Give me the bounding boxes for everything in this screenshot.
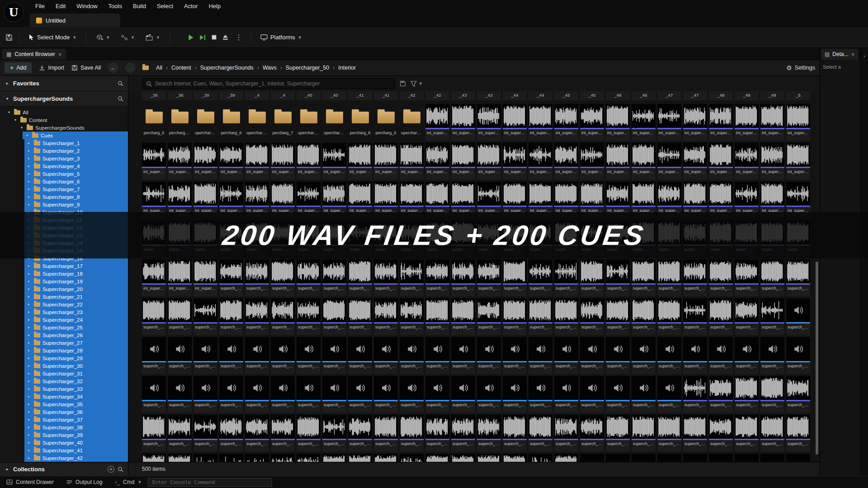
wav-tile[interactable]: int_superc... — [271, 143, 295, 180]
folder-tile[interactable]: percharg_8 — [348, 104, 372, 141]
add-collection-icon[interactable]: + — [108, 466, 114, 473]
wav-tile[interactable]: superch_off... — [760, 259, 784, 296]
tree-item-supercharger_18[interactable]: ▸Supercharger_18 — [0, 270, 128, 277]
cue-tile[interactable]: superch_off_Cue — [245, 337, 269, 374]
wav-tile[interactable]: superch_on... — [219, 415, 243, 452]
wav-tile[interactable] — [528, 454, 552, 462]
expand-arrow-icon[interactable]: ▸ — [26, 387, 32, 391]
wav-tile[interactable]: int_super... — [735, 104, 759, 141]
tree-item-supercharger_37[interactable]: ▸Supercharger_37 — [0, 416, 128, 423]
tree-item-supercharger_24[interactable]: ▸Supercharger_24 — [0, 316, 128, 324]
cue-tile[interactable]: superch_off_Cue — [374, 337, 398, 374]
cue-tile[interactable]: superch_off_Cue — [657, 337, 681, 374]
cue-tile[interactable]: superch_off_Cue — [554, 337, 578, 374]
tree-item-supercharger_3[interactable]: ▸Supercharger_3 — [0, 155, 128, 162]
menu-actor[interactable]: Actor — [179, 3, 203, 9]
wav-tile[interactable]: superch_off... — [193, 298, 217, 335]
wav-tile[interactable]: int_superc... — [142, 259, 166, 296]
menu-tools[interactable]: Tools — [103, 3, 127, 9]
wav-tile[interactable]: superch_off... — [735, 259, 759, 296]
wav-tile[interactable]: int_superc... — [580, 143, 604, 180]
breadcrumb-item[interactable]: SuperchargerSounds — [200, 65, 254, 71]
wav-tile[interactable]: int_superc... — [193, 143, 217, 180]
expand-arrow-icon[interactable]: ▸ — [26, 379, 32, 383]
stop-button[interactable] — [211, 34, 217, 41]
back-button[interactable]: ← — [108, 63, 118, 73]
cue-tile[interactable]: superch_off_Cue — [735, 337, 759, 374]
wav-tile[interactable]: superch_off... — [245, 259, 269, 296]
cue-tile[interactable]: superch_off_Cue — [271, 337, 295, 374]
cue-tile[interactable]: superch_off_Cue — [168, 337, 192, 374]
cue-tile[interactable]: superch_off_Cue — [297, 337, 321, 374]
wav-tile[interactable]: superch_on... — [709, 415, 733, 452]
wav-tile[interactable] — [271, 454, 295, 462]
folder-tile[interactable]: upercharg_9 — [400, 104, 424, 141]
wav-tile[interactable]: superch_off... — [219, 259, 243, 296]
wav-tile[interactable]: int_super... — [657, 104, 681, 141]
wav-tile[interactable]: superch_on... — [245, 415, 269, 452]
cue-tile[interactable]: superch_off_Cue — [271, 376, 295, 413]
cue-tile[interactable]: superch_off_Cue — [528, 337, 552, 374]
expand-arrow-icon[interactable]: ▸ — [26, 425, 32, 429]
wav-tile[interactable]: int_superc... — [400, 143, 424, 180]
add-actor-dropdown[interactable]: ▼ — [93, 32, 113, 43]
cue-tile[interactable] — [606, 454, 630, 462]
wav-tile[interactable] — [168, 454, 192, 462]
cue-tile[interactable]: superch_off_Cue — [348, 376, 372, 413]
cue-tile[interactable]: superch_off_Cue — [348, 337, 372, 374]
expand-arrow-icon[interactable]: ▸ — [26, 402, 32, 406]
wav-tile[interactable]: superch_off... — [451, 259, 475, 296]
cinematics-dropdown[interactable]: ▼ — [142, 33, 163, 42]
breadcrumb-item[interactable]: Content — [171, 65, 191, 71]
wav-tile[interactable]: superch_on... — [451, 415, 475, 452]
wav-tile[interactable] — [503, 454, 527, 462]
wav-tile[interactable]: superch_off... — [606, 298, 630, 335]
wav-tile[interactable]: superch_off... — [374, 298, 398, 335]
wav-tile[interactable]: superch_on... — [760, 376, 784, 413]
cue-tile[interactable]: superch_off_Cue — [606, 376, 630, 413]
wav-tile[interactable]: int_superc... — [760, 143, 784, 180]
folder-tile[interactable]: upercharg_6 — [245, 104, 269, 141]
cue-tile[interactable]: superch_off_Cue — [425, 376, 449, 413]
tree-item-supercharger_29[interactable]: ▸Supercharger_29 — [0, 354, 128, 362]
wav-tile[interactable]: superch_off... — [580, 298, 604, 335]
cue-tile[interactable]: superch_off_Cue — [554, 376, 578, 413]
wav-tile[interactable]: superch_off... — [374, 259, 398, 296]
wav-tile[interactable]: superch_on... — [735, 376, 759, 413]
cue-tile[interactable]: superch_off_Cue — [580, 337, 604, 374]
cue-tile[interactable] — [786, 454, 810, 462]
tree-item-supercharger_34[interactable]: ▸Supercharger_34 — [0, 393, 128, 400]
breadcrumb-item[interactable]: All — [156, 65, 162, 71]
breadcrumb-item[interactable]: Supercharger_50 — [286, 65, 330, 71]
cue-tile[interactable]: superch_off_Cue — [503, 376, 527, 413]
menu-select[interactable]: Select — [151, 3, 179, 9]
save-search-button[interactable] — [400, 80, 406, 87]
expand-arrow-icon[interactable]: ▸ — [26, 302, 32, 306]
menu-build[interactable]: Build — [127, 3, 151, 9]
cue-tile[interactable]: superch_off_Cue — [168, 376, 192, 413]
wav-tile[interactable]: int_superc... — [477, 143, 501, 180]
folder-tile[interactable]: percharg_5 — [142, 104, 166, 141]
wav-tile[interactable]: int_superc... — [451, 143, 475, 180]
wav-tile[interactable]: int_superc... — [683, 143, 707, 180]
cue-tile[interactable]: superch_off_Cue — [400, 376, 424, 413]
wav-tile[interactable]: superch_on... — [322, 415, 346, 452]
wav-tile[interactable]: int_super... — [632, 104, 656, 141]
output-log-button[interactable]: Output Log — [60, 476, 108, 488]
wav-tile[interactable]: superch_on... — [735, 415, 759, 452]
expand-arrow-icon[interactable]: ▸ — [5, 81, 10, 85]
expand-arrow-icon[interactable]: ▸ — [26, 187, 32, 191]
eject-button[interactable] — [222, 34, 229, 41]
wav-tile[interactable]: superch_off... — [348, 298, 372, 335]
wav-tile[interactable]: superch_off... — [503, 259, 527, 296]
cue-tile[interactable]: superch_off_Cue — [683, 337, 707, 374]
cue-tile[interactable]: superch_off_Cue — [786, 337, 810, 374]
cue-tile[interactable]: superch_off_Cue — [528, 376, 552, 413]
wav-tile[interactable]: superch_on... — [193, 415, 217, 452]
tree-item-supercharger_21[interactable]: ▸Supercharger_21 — [0, 293, 128, 300]
expand-arrow-icon[interactable]: ▸ — [26, 272, 32, 276]
cue-tile[interactable]: superch_off_Cue — [374, 376, 398, 413]
wav-tile[interactable] — [374, 454, 398, 462]
wav-tile[interactable]: superch_on... — [477, 415, 501, 452]
tree-item-supercharger_33[interactable]: ▸Supercharger_33 — [0, 385, 128, 393]
